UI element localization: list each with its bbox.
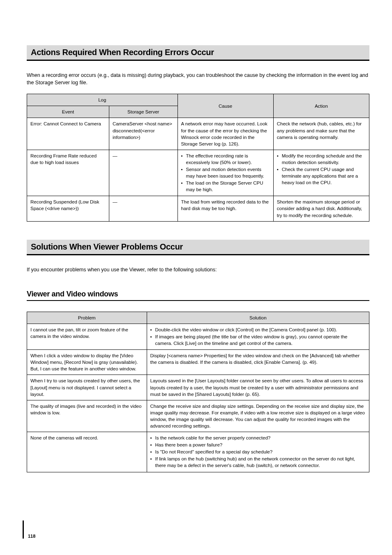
th-log: Log bbox=[27, 94, 178, 106]
list-item: Double-click the video window or click [… bbox=[150, 326, 366, 333]
cell-cause: The load from writing recorded data to t… bbox=[178, 196, 273, 221]
sub-heading-viewer-video: Viewer and Video windows bbox=[27, 290, 369, 298]
solution-bullets: Is the network cable for the server prop… bbox=[150, 435, 366, 469]
cell-cause: The effective recording rate is excessiv… bbox=[178, 150, 273, 196]
section-title-recording-errors: Actions Required When Recording Errors O… bbox=[27, 45, 369, 60]
section-title-wrap: Actions Required When Recording Errors O… bbox=[27, 45, 369, 61]
list-item: The load on the Storage Server CPU may b… bbox=[181, 180, 270, 193]
table-recording-errors: Log Cause Action Event Storage Server Er… bbox=[27, 94, 369, 221]
cell-problem: When I try to use layouts created by oth… bbox=[27, 375, 147, 400]
page-number: 118 bbox=[23, 520, 35, 539]
cell-action: Shorten the maximum storage period or co… bbox=[273, 196, 369, 221]
cell-problem: I cannot use the pan, tilt or zoom featu… bbox=[27, 324, 147, 349]
cell-event: Recording Suspended (Low Disk Space (<dr… bbox=[27, 196, 109, 221]
list-item: Sensor and motion detection events may h… bbox=[181, 166, 270, 179]
cell-storage: — bbox=[109, 196, 178, 221]
th-cause: Cause bbox=[178, 94, 273, 118]
table-row: Recording Suspended (Low Disk Space (<dr… bbox=[27, 196, 369, 221]
table-row: Recording Frame Rate reduced due to high… bbox=[27, 150, 369, 196]
cell-problem: When I click a video window to display t… bbox=[27, 350, 147, 375]
table-row: None of the cameras will record. Is the … bbox=[27, 432, 369, 472]
intro-recording-errors: When a recording error occurs (e.g., dat… bbox=[27, 72, 369, 86]
cell-problem: The quality of images (live and recorded… bbox=[27, 400, 147, 432]
list-item: The effective recording rate is excessiv… bbox=[181, 153, 270, 166]
sub-heading-rule bbox=[27, 300, 369, 301]
cell-event: Error: Cannot Connect to Camera bbox=[27, 118, 109, 150]
cell-problem: None of the cameras will record. bbox=[27, 432, 147, 472]
cell-solution: Change the receive size and display size… bbox=[147, 400, 369, 432]
cell-solution: Display [<camera name> Properties] for t… bbox=[147, 350, 369, 375]
list-item: Is "Do not Record" specified for a speci… bbox=[150, 449, 366, 455]
cell-storage: CameraServer <host name> disconnected(<e… bbox=[109, 118, 178, 150]
th-problem: Problem bbox=[27, 312, 147, 324]
cause-bullets: The effective recording rate is excessiv… bbox=[181, 153, 270, 193]
cell-action: Check the network (hub, cables, etc.) fo… bbox=[273, 118, 369, 150]
cell-solution: Is the network cable for the server prop… bbox=[147, 432, 369, 472]
table-row: When I try to use layouts created by oth… bbox=[27, 375, 369, 400]
section-title-viewer-problems: Solutions When Viewer Problems Occur bbox=[27, 240, 369, 254]
section-title-wrap: Solutions When Viewer Problems Occur bbox=[27, 240, 369, 255]
cell-storage: — bbox=[109, 150, 178, 196]
table-row: Error: Cannot Connect to Camera CameraSe… bbox=[27, 118, 369, 150]
table-viewer-problems: Problem Solution I cannot use the pan, t… bbox=[27, 312, 369, 472]
list-item: Modify the recording schedule and the mo… bbox=[277, 153, 366, 166]
th-solution: Solution bbox=[147, 312, 369, 324]
cell-event: Recording Frame Rate reduced due to high… bbox=[27, 150, 109, 196]
th-event: Event bbox=[27, 106, 109, 118]
list-item: Check the current CPU usage and terminat… bbox=[277, 166, 366, 186]
cell-action: Modify the recording schedule and the mo… bbox=[273, 150, 369, 196]
solution-bullets: Double-click the video window or click [… bbox=[150, 326, 366, 347]
table-row: The quality of images (live and recorded… bbox=[27, 400, 369, 432]
action-bullets: Modify the recording schedule and the mo… bbox=[277, 153, 366, 186]
table-row: I cannot use the pan, tilt or zoom featu… bbox=[27, 324, 369, 349]
list-item: If images are being played (the title ba… bbox=[150, 333, 366, 347]
cell-cause: A network error may have occurred. Look … bbox=[178, 118, 273, 150]
cell-solution: Double-click the video window or click [… bbox=[147, 324, 369, 349]
list-item: Is the network cable for the server prop… bbox=[150, 435, 366, 441]
list-item: Has there been a power failure? bbox=[150, 442, 366, 448]
table-row: When I click a video window to display t… bbox=[27, 350, 369, 375]
th-action: Action bbox=[273, 94, 369, 118]
intro-viewer-problems: If you encounter problems when you use t… bbox=[27, 266, 369, 273]
cell-solution: Layouts saved in the [User Layouts] fold… bbox=[147, 375, 369, 400]
list-item: If link lamps on the hub (switching hub)… bbox=[150, 456, 366, 469]
th-storage: Storage Server bbox=[109, 106, 178, 118]
